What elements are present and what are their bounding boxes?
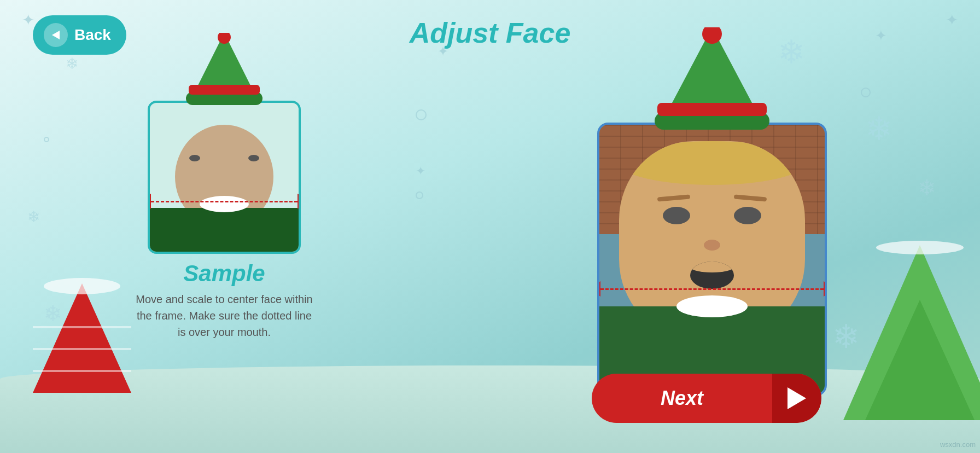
back-arrow-icon <box>44 23 68 47</box>
circle-deco <box>44 137 49 142</box>
sparkle-icon: ✦ <box>875 27 887 44</box>
snowflake-icon: ❄ <box>865 109 892 148</box>
sample-frame[interactable] <box>148 101 301 254</box>
ground <box>0 365 980 453</box>
arrow-right-icon <box>298 194 301 209</box>
next-button[interactable]: Next <box>592 374 821 423</box>
left-panel: Sample Move and scale to center face wit… <box>120 33 328 340</box>
sparkle-icon: ✦ <box>22 11 34 29</box>
red-tree <box>33 283 131 393</box>
snowflake-icon: ❄ <box>66 55 78 73</box>
photo-mouth-alignment-line <box>597 281 827 297</box>
sparkle-icon: ✦ <box>946 11 958 29</box>
photo-arrow-right-icon <box>824 281 827 297</box>
snowflake-icon: ❄ <box>27 208 40 226</box>
right-panel <box>597 27 827 396</box>
dashed-line <box>151 201 298 202</box>
svg-rect-9 <box>189 85 260 95</box>
green-tree <box>843 245 980 420</box>
svg-rect-13 <box>657 103 767 116</box>
next-arrow-icon <box>772 374 821 423</box>
next-arrow-shape <box>788 387 806 409</box>
photo-dashed-line <box>600 288 824 290</box>
photo-frame[interactable] <box>597 123 827 396</box>
elf-hat-photo <box>646 27 778 139</box>
instruction-text: Move and scale to center face within the… <box>131 291 317 340</box>
sparkle-icon: ✦ <box>416 164 425 178</box>
watermark: wsxdn.com <box>940 440 976 449</box>
sample-label: Sample <box>183 260 265 287</box>
next-button-label: Next <box>592 387 772 410</box>
snowflake-icon: ❄ <box>918 175 936 200</box>
svg-marker-0 <box>33 283 131 393</box>
circle-deco <box>416 109 427 120</box>
circle-deco <box>416 191 423 199</box>
circle-deco <box>861 88 871 97</box>
back-button-label: Back <box>74 26 111 44</box>
svg-marker-6 <box>52 31 60 39</box>
page-title: Adjust Face <box>410 16 571 49</box>
elf-hat-sample <box>180 33 268 112</box>
mouth-alignment-line <box>148 194 301 209</box>
back-button[interactable]: Back <box>33 15 126 55</box>
